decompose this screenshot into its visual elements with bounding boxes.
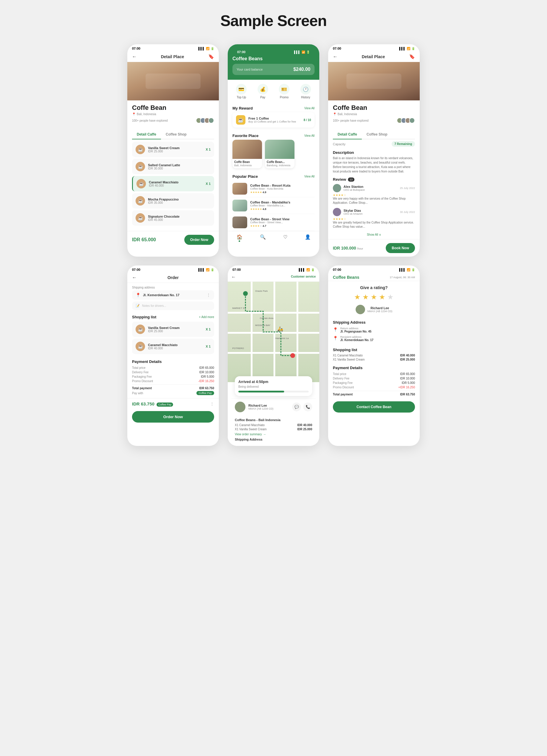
s5-back-button[interactable]: ←: [231, 274, 236, 280]
s6-return-addr-value: Jl. Pegangsaan No. 45: [340, 330, 372, 333]
s6-star3[interactable]: ★: [371, 293, 377, 301]
s4-item-caramel[interactable]: ☕ Caramel Macchiato IDR 40.000 X 1: [132, 339, 214, 354]
s3-signal-icon: ▌▌▌: [399, 47, 406, 50]
s5-map: Oracle Park MARKET ST MISSION BAY Harmon…: [228, 282, 319, 382]
s5-call-button[interactable]: 📞: [303, 403, 312, 411]
s3-tab-detail[interactable]: Detail Caffe: [333, 130, 362, 139]
s2-time: 07:00: [237, 50, 245, 54]
s3-tab-shop[interactable]: Coffee Shop: [362, 130, 392, 139]
s5-chat-button[interactable]: 💬: [292, 403, 301, 411]
s5-shipping-addr-title: Shipping Address: [235, 436, 312, 441]
s1-order-button[interactable]: Order Now: [184, 235, 214, 245]
nav-home[interactable]: 🏠: [237, 234, 242, 242]
s2-reward-viewall[interactable]: View All: [304, 107, 315, 110]
s6-stars-row[interactable]: ★ ★ ★ ★ ★: [333, 293, 415, 301]
s2-reward-card[interactable]: ☕ Free 1 Coffee Buy 10 Coffees and get 1…: [232, 112, 315, 128]
menu-item-signature[interactable]: ☕ Signature Chocolate IDR 45.000: [132, 210, 214, 226]
s4-order-now-button[interactable]: Order Now: [132, 411, 214, 423]
s4-payment-title: Payment Details: [132, 359, 214, 364]
nav-heart[interactable]: ♡: [283, 234, 287, 242]
s6-contact-button[interactable]: Contact Coffee Bean: [333, 401, 415, 413]
pop-sub-street: Coffee Bean - Street View...: [250, 221, 315, 224]
s2-action-promo[interactable]: 🎫 Promo: [279, 84, 289, 99]
s5-view-summary[interactable]: View order summary →: [235, 433, 312, 436]
s2-action-topup[interactable]: 💳 Top Up: [236, 84, 247, 99]
s6-star2[interactable]: ★: [362, 293, 369, 301]
menu-item-salted[interactable]: ☕ Salted Caramel Latte IDR 30.000: [132, 159, 214, 174]
s4-total-payment-value: IDR 63.750: [199, 387, 214, 390]
pop-sub-mandalika: Coffee Bean - Mandalika La...: [250, 204, 315, 207]
s3-battery-icon: 🔋: [411, 47, 415, 50]
menu-name-signature: Signature Chocolate: [148, 215, 211, 218]
s3-review-user-1: Alex Stanton CEO at Bubspace 25 July 202…: [333, 184, 415, 192]
s6-star4[interactable]: ★: [379, 293, 385, 301]
s5-item-vanilla-price: IDR 25.000: [297, 428, 312, 431]
s5-progress-bar: [238, 391, 309, 392]
s2-fav-viewall[interactable]: View All: [304, 134, 315, 137]
s1-back-button[interactable]: ←: [132, 54, 137, 59]
pop-name-mandalika: Coffee Bean - Mandalika's: [250, 201, 315, 204]
heart-icon: ♡: [283, 234, 287, 240]
s5-customer-service[interactable]: Customer service: [291, 275, 316, 278]
s4-status-bar: 07:00 ▌▌▌ 📶 🔋: [127, 265, 219, 273]
s2-popular-resort-kuta[interactable]: Coffee Bean - Resort Kuta Coffee Bean - …: [232, 180, 315, 197]
s4-more-icon[interactable]: ⋮: [206, 293, 211, 297]
s2-fav-card-2[interactable]: Coffe Bean... Bandung, Indonesia: [265, 140, 294, 168]
s4-address-row[interactable]: 📍 Jl. Kemerdekaan No. 17 ⋮: [132, 290, 214, 300]
s1-time: 07:00: [132, 47, 140, 50]
s2-action-pay[interactable]: 💰 Pay: [258, 84, 268, 99]
s4-delivery-label: Delivery Fee: [132, 371, 149, 374]
s4-shopping-header: Shopping list + Add more: [132, 315, 214, 319]
s6-shopping-list: Shopping list X1 Caramel Macchiato IDR 4…: [328, 346, 420, 364]
s2-popular-viewall[interactable]: View All: [304, 175, 315, 178]
s6-rater-info: Richard Lee NMAX (AB 1234 CD): [367, 306, 393, 313]
s6-sl-vanilla-name: X1 Vanilla Sweet Cream: [333, 358, 365, 361]
s5-delivery-sub: Being delivered: [238, 385, 309, 388]
nav-active-dot: [239, 240, 240, 242]
s2-fav-card-1[interactable]: Coffe Bean Bali, Indonesia: [232, 140, 262, 168]
s4-total-label: Total price: [132, 366, 146, 369]
s3-header-title: Detail Place: [362, 54, 385, 59]
s3-review-avatar-1: [333, 184, 341, 192]
s3-wifi-icon: 📶: [407, 47, 410, 50]
tab-coffee-shop[interactable]: Coffee Shop: [161, 130, 191, 139]
menu-info-caramel: Caramel Macchiato IDR 40.000: [149, 180, 206, 187]
s3-bookmark-icon[interactable]: 🔖: [409, 54, 415, 59]
menu-item-vanilla[interactable]: ☕ Vanilla Sweet Cream IDR 25.000 X 1: [132, 142, 214, 157]
s6-promo-value: +IDR 16.250: [398, 386, 415, 389]
nav-profile[interactable]: 👤: [305, 234, 311, 242]
menu-info-mocha: Mocha Frappuccino IDR 35.000: [148, 198, 211, 204]
s3-show-all[interactable]: Show All ∨: [333, 232, 415, 237]
s6-star1[interactable]: ★: [354, 293, 361, 301]
s4-add-more[interactable]: + Add more: [199, 315, 214, 319]
s6-packaging-row: Packaging Fee IDR 5.000: [333, 381, 415, 384]
s3-reviewer-role-2: CEO at Amazon: [343, 212, 363, 215]
s4-total-payment-label: Total payment: [132, 387, 152, 390]
menu-qty-caramel: X 1: [206, 182, 211, 185]
s3-description: Description Bali is an island in Indones…: [328, 149, 420, 175]
s6-star5[interactable]: ★: [387, 293, 394, 301]
s4-wifi-icon: 📶: [206, 268, 209, 271]
tab-detail-caffe[interactable]: Detail Caffe: [132, 130, 161, 139]
s2-green-header: 07:00 ▌▌▌ 📶 🔋 Coffee Beans Your card bal…: [228, 44, 319, 80]
s5-delivery-card: Arrived at 4:50pm Being delivered: [235, 376, 312, 396]
s4-notes-row[interactable]: 📝 Notes for drivers...: [132, 302, 214, 310]
s3-back-button[interactable]: ←: [333, 54, 338, 59]
s3-book-button[interactable]: Book Now: [386, 243, 415, 253]
s2-action-history[interactable]: 🕐 History: [300, 84, 311, 99]
menu-item-caramel[interactable]: ☕ Caramel Macchiato IDR 40.000 X 1: [132, 176, 214, 191]
s2-popular-mandalika[interactable]: Coffee Bean - Mandalika's Coffee Bean - …: [232, 197, 315, 214]
s4-footer-more-icon[interactable]: ⋮: [210, 402, 214, 406]
nav-search[interactable]: 🔍: [260, 234, 266, 242]
s4-back-button[interactable]: ←: [132, 275, 137, 280]
menu-item-mocha[interactable]: ☕ Mocha Frappuccino IDR 35.000: [132, 193, 214, 208]
s3-header: ← Detail Place 🔖: [328, 51, 420, 62]
s4-delivery-value: IDR 10.000: [199, 371, 214, 374]
s1-icons: ▌▌▌ 📶 🔋: [198, 47, 214, 50]
fav-img-1: [232, 140, 262, 159]
s4-item-vanilla[interactable]: ☕ Vanilla Sweet Cream IDR 25.000 X 1: [132, 322, 214, 337]
s2-signal-icon: ▌▌▌: [294, 50, 300, 54]
s2-popular-street[interactable]: Coffee Bean - Street View Coffee Bean - …: [232, 214, 315, 231]
s1-bookmark-icon[interactable]: 🔖: [208, 54, 214, 59]
s6-sl-vanilla: X1 Vanilla Sweet Cream IDR 25.000: [333, 358, 415, 361]
